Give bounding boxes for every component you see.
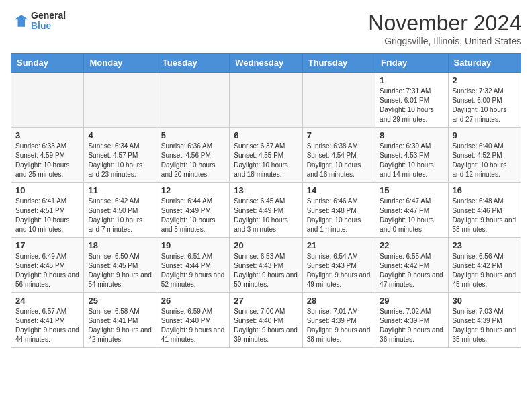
logo-icon (11, 11, 30, 30)
day-number: 14 (307, 185, 371, 195)
day-number: 28 (307, 295, 371, 306)
day-number: 9 (453, 130, 517, 140)
day-info: Sunrise: 6:55 AMSunset: 4:42 PMDaylight:… (380, 252, 443, 289)
day-info: Sunrise: 6:38 AMSunset: 4:54 PMDaylight:… (307, 142, 371, 179)
calendar-cell: 25Sunrise: 6:58 AMSunset: 4:41 PMDayligh… (84, 293, 157, 348)
page-header: General Blue November 2024 Griggsville, … (11, 11, 521, 46)
day-info: Sunrise: 6:41 AMSunset: 4:51 PMDaylight:… (15, 197, 79, 234)
location-text: Griggsville, Illinois, United States (368, 36, 521, 46)
day-info: Sunrise: 6:46 AMSunset: 4:48 PMDaylight:… (307, 197, 371, 234)
calendar-cell (302, 73, 375, 128)
day-info: Sunrise: 6:44 AMSunset: 4:49 PMDaylight:… (161, 197, 225, 234)
calendar-cell: 3Sunrise: 6:33 AMSunset: 4:59 PMDaylight… (11, 128, 84, 183)
calendar-cell: 10Sunrise: 6:41 AMSunset: 4:51 PMDayligh… (11, 183, 84, 238)
day-number: 18 (88, 240, 152, 250)
weekday-header-thursday: Thursday (302, 54, 375, 73)
calendar-cell (230, 73, 302, 128)
day-info: Sunrise: 6:45 AMSunset: 4:49 PMDaylight:… (234, 197, 298, 234)
weekday-header-tuesday: Tuesday (157, 54, 229, 73)
weekday-header-row: SundayMondayTuesdayWednesdayThursdayFrid… (11, 54, 521, 73)
day-number: 26 (161, 295, 225, 306)
day-number: 21 (307, 240, 371, 250)
title-area: November 2024 Griggsville, Illinois, Uni… (368, 11, 521, 46)
day-number: 23 (453, 240, 517, 250)
logo-general-text: General (31, 11, 66, 21)
day-info: Sunrise: 6:39 AMSunset: 4:53 PMDaylight:… (380, 142, 443, 179)
calendar-cell: 28Sunrise: 7:01 AMSunset: 4:39 PMDayligh… (302, 293, 375, 348)
calendar-cell: 27Sunrise: 7:00 AMSunset: 4:40 PMDayligh… (230, 293, 302, 348)
day-number: 20 (234, 240, 298, 250)
logo-text: General Blue (31, 11, 66, 32)
day-info: Sunrise: 6:59 AMSunset: 4:40 PMDaylight:… (161, 307, 225, 345)
day-info: Sunrise: 7:02 AMSunset: 4:39 PMDaylight:… (380, 307, 443, 345)
day-info: Sunrise: 6:33 AMSunset: 4:59 PMDaylight:… (15, 142, 79, 179)
day-number: 17 (15, 240, 79, 250)
day-number: 11 (88, 185, 152, 195)
calendar-cell: 13Sunrise: 6:45 AMSunset: 4:49 PMDayligh… (230, 183, 302, 238)
day-info: Sunrise: 6:57 AMSunset: 4:41 PMDaylight:… (15, 307, 79, 345)
day-info: Sunrise: 7:01 AMSunset: 4:39 PMDaylight:… (307, 307, 371, 345)
day-info: Sunrise: 7:03 AMSunset: 4:39 PMDaylight:… (453, 307, 517, 345)
weekday-header-friday: Friday (375, 54, 448, 73)
day-number: 12 (161, 185, 225, 195)
month-title: November 2024 (368, 11, 521, 36)
weekday-header-monday: Monday (84, 54, 157, 73)
calendar-cell: 11Sunrise: 6:42 AMSunset: 4:50 PMDayligh… (84, 183, 157, 238)
logo-blue-text: Blue (31, 21, 66, 31)
calendar-cell: 4Sunrise: 6:34 AMSunset: 4:57 PMDaylight… (84, 128, 157, 183)
day-number: 2 (453, 75, 517, 85)
calendar-week-row: 3Sunrise: 6:33 AMSunset: 4:59 PMDaylight… (11, 128, 521, 183)
calendar-cell: 8Sunrise: 6:39 AMSunset: 4:53 PMDaylight… (375, 128, 448, 183)
day-number: 1 (380, 75, 443, 85)
day-info: Sunrise: 6:47 AMSunset: 4:47 PMDaylight:… (380, 197, 443, 234)
weekday-header-sunday: Sunday (11, 54, 84, 73)
calendar-cell: 15Sunrise: 6:47 AMSunset: 4:47 PMDayligh… (375, 183, 448, 238)
day-info: Sunrise: 6:40 AMSunset: 4:52 PMDaylight:… (453, 142, 517, 179)
day-number: 16 (453, 185, 517, 195)
day-number: 29 (380, 295, 443, 306)
day-number: 13 (234, 185, 298, 195)
calendar-week-row: 17Sunrise: 6:49 AMSunset: 4:45 PMDayligh… (11, 238, 521, 293)
day-number: 27 (234, 295, 298, 306)
calendar-cell: 14Sunrise: 6:46 AMSunset: 4:48 PMDayligh… (302, 183, 375, 238)
day-number: 7 (307, 130, 371, 140)
calendar-cell: 30Sunrise: 7:03 AMSunset: 4:39 PMDayligh… (448, 293, 521, 348)
calendar-cell: 29Sunrise: 7:02 AMSunset: 4:39 PMDayligh… (375, 293, 448, 348)
day-number: 25 (88, 295, 152, 306)
day-number: 22 (380, 240, 443, 250)
day-info: Sunrise: 7:32 AMSunset: 6:00 PMDaylight:… (453, 87, 517, 124)
day-info: Sunrise: 6:36 AMSunset: 4:56 PMDaylight:… (161, 142, 225, 179)
calendar-cell: 6Sunrise: 6:37 AMSunset: 4:55 PMDaylight… (230, 128, 302, 183)
calendar-cell: 21Sunrise: 6:54 AMSunset: 4:43 PMDayligh… (302, 238, 375, 293)
day-number: 10 (15, 185, 79, 195)
day-info: Sunrise: 6:53 AMSunset: 4:43 PMDaylight:… (234, 252, 298, 289)
svg-marker-0 (14, 15, 28, 28)
day-number: 3 (15, 130, 79, 140)
calendar-cell: 20Sunrise: 6:53 AMSunset: 4:43 PMDayligh… (230, 238, 302, 293)
day-number: 24 (15, 295, 79, 306)
calendar-cell: 17Sunrise: 6:49 AMSunset: 4:45 PMDayligh… (11, 238, 84, 293)
day-info: Sunrise: 6:50 AMSunset: 4:45 PMDaylight:… (88, 252, 152, 289)
day-info: Sunrise: 7:00 AMSunset: 4:40 PMDaylight:… (234, 307, 298, 345)
day-info: Sunrise: 6:54 AMSunset: 4:43 PMDaylight:… (307, 252, 371, 289)
calendar-cell: 5Sunrise: 6:36 AMSunset: 4:56 PMDaylight… (157, 128, 229, 183)
calendar-cell: 7Sunrise: 6:38 AMSunset: 4:54 PMDaylight… (302, 128, 375, 183)
calendar-cell: 18Sunrise: 6:50 AMSunset: 4:45 PMDayligh… (84, 238, 157, 293)
day-info: Sunrise: 6:37 AMSunset: 4:55 PMDaylight:… (234, 142, 298, 179)
weekday-header-wednesday: Wednesday (230, 54, 302, 73)
calendar-cell: 22Sunrise: 6:55 AMSunset: 4:42 PMDayligh… (375, 238, 448, 293)
day-info: Sunrise: 6:58 AMSunset: 4:41 PMDaylight:… (88, 307, 152, 345)
day-info: Sunrise: 6:49 AMSunset: 4:45 PMDaylight:… (15, 252, 79, 289)
calendar-cell: 19Sunrise: 6:51 AMSunset: 4:44 PMDayligh… (157, 238, 229, 293)
calendar-week-row: 10Sunrise: 6:41 AMSunset: 4:51 PMDayligh… (11, 183, 521, 238)
calendar-cell (11, 73, 84, 128)
day-info: Sunrise: 6:34 AMSunset: 4:57 PMDaylight:… (88, 142, 152, 179)
day-info: Sunrise: 6:51 AMSunset: 4:44 PMDaylight:… (161, 252, 225, 289)
calendar-cell: 9Sunrise: 6:40 AMSunset: 4:52 PMDaylight… (448, 128, 521, 183)
calendar-week-row: 1Sunrise: 7:31 AMSunset: 6:01 PMDaylight… (11, 73, 521, 128)
day-info: Sunrise: 6:48 AMSunset: 4:46 PMDaylight:… (453, 197, 517, 234)
calendar-cell: 26Sunrise: 6:59 AMSunset: 4:40 PMDayligh… (157, 293, 229, 348)
calendar-cell: 1Sunrise: 7:31 AMSunset: 6:01 PMDaylight… (375, 73, 448, 128)
day-info: Sunrise: 6:56 AMSunset: 4:42 PMDaylight:… (453, 252, 517, 289)
calendar-week-row: 24Sunrise: 6:57 AMSunset: 4:41 PMDayligh… (11, 293, 521, 348)
